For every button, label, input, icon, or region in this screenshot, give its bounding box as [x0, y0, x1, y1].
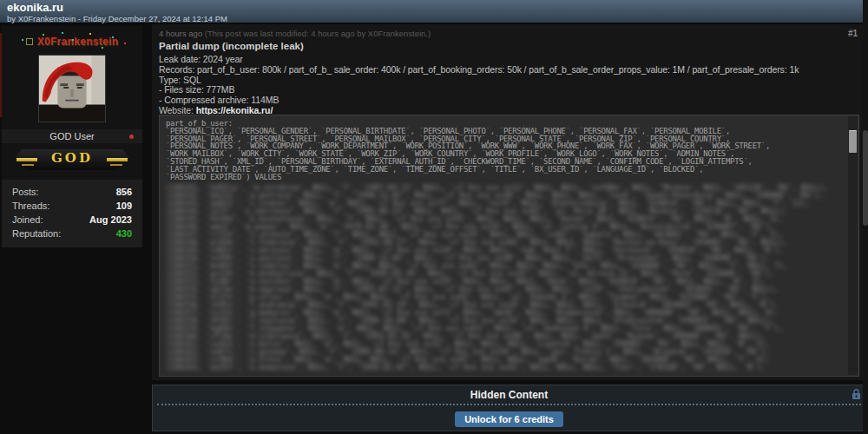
stat-row: Posts: 856 [12, 185, 132, 199]
stat-value: 109 [116, 199, 132, 213]
stats-panel: Posts: 856 Threads: 109 Joined: Aug 2023… [2, 180, 142, 247]
avatar[interactable] [38, 55, 106, 122]
lock-icon [852, 389, 861, 400]
badge-label: GOD [15, 150, 129, 166]
redacted-line: (100256, 'ik95y', 'l.andreeva', NULL, 'f… [166, 301, 852, 309]
avatar-wrap [2, 49, 142, 129]
user-title: GOD User [49, 131, 94, 141]
code-line: `PERSONAL_NOTES`, `WORK_COMPANY`, `WORK_… [166, 142, 852, 150]
badge-area: GOD [2, 143, 142, 180]
post-title: Partial dump (incomplete leak) [159, 41, 304, 51]
redacted-line: (100255, 'ol27e', 'p.orlov', NULL, 'm', … [166, 293, 852, 301]
post-timestamp: 4 hours ago [159, 29, 202, 38]
code-line: part_of_b_user: [166, 120, 852, 128]
user-title-row: GOD User [2, 129, 142, 143]
redacted-line: (100241, 'kd93ja', 'm.sorokina', NULL, '… [166, 184, 852, 192]
window-scrollbar-thumb[interactable] [863, 130, 868, 226]
redacted-line: (100262, 'xd67s', 'i.gusева', NULL, 'f',… [166, 348, 852, 356]
redacted-line: (100246, 'wmn2', 'd.popov', NULL, 'm', '… [166, 223, 852, 231]
redacted-line: (100254, 'qa73w', 'm.egorova', NULL, 'f'… [166, 286, 852, 293]
user-panel: X0Frankenstein GOD User [2, 26, 142, 247]
post-body-line: Records: part_of_b_user: 800k / part_of_… [159, 65, 799, 76]
thread-header: ekonika.ru by X0Frankenstein - Friday De… [0, 0, 868, 24]
post-container: 4 hours ago (This post was last modified… [152, 24, 866, 380]
redacted-line: (100245, 'hh39d', 'e.kuznetsova', NULL, … [166, 215, 852, 223]
code-scrollbar-track[interactable] [848, 116, 858, 375]
redacted-line: (100260, 'vf19p', 'd.nikolaeva', NULL, '… [166, 332, 852, 340]
redacted-line: (100244, 'zu7f', 'o.smirnova', NULL, 'f'… [166, 207, 852, 215]
username-row: X0Frankenstein [2, 33, 142, 49]
redacted-line: (100247, 'rr51k', 'n.volkova', NULL, 'f'… [166, 231, 852, 239]
stat-row: Reputation: 430 [12, 227, 132, 240]
redacted-line: (100251, 'mn66t', 'v.sokolov', NULL, 'm'… [166, 262, 852, 270]
code-line: `STORED_HASH`, `XML_ID`, `PERSONAL_BIRTH… [166, 158, 852, 166]
code-scrollbar-thumb[interactable] [849, 130, 857, 153]
stat-value: 430 [116, 227, 132, 240]
thread-title: ekonika.ru [7, 2, 861, 14]
redacted-line: (100264, 'aw35f', 'e.komarova', NULL, 'f… [166, 364, 852, 372]
code-line: `PASSWORD_EXPIRED`) VALUES [166, 174, 852, 181]
sparkle-decoration-icon [72, 39, 74, 41]
red-dot-icon [129, 135, 134, 139]
redacted-line: (100252, 'gu12b', 'k.mikhailova', NULL, … [166, 270, 852, 278]
post-body-line: Type: SQL [159, 76, 799, 86]
stat-label: Threads: [12, 199, 49, 213]
post-body: Leak date: 2024 yearRecords: part_of_b_u… [159, 55, 799, 116]
sql-code-block: part_of_b_user:`PERSONAL_ICQ`, `PERSONAL… [159, 115, 859, 377]
thread-subtitle: by X0Frankenstein - Friday December 27, … [7, 14, 861, 23]
hidden-content-box: Hidden Content Unlock for 6 credits [152, 385, 866, 431]
group-badge: GOD [15, 149, 129, 170]
redacted-line: (100257, 'uj31u', 'g.makarov', NULL, 'm'… [166, 309, 852, 317]
code-line: `WORK_MAILBOX`, `WORK_CITY`, `WORK_STATE… [166, 150, 852, 158]
redacted-line: (100261, 'ce42a', 'o.belov', NULL, 'm', … [166, 340, 852, 348]
redacted-line: (100249, 'cd02s', 's.morozov', NULL, 'm'… [166, 247, 852, 254]
author-sidebar: X0Frankenstein GOD User [2, 26, 142, 247]
code-line: `PERSONAL_ICQ`, `PERSONAL_GENDER`, `PERS… [166, 128, 852, 135]
stat-value: 856 [116, 185, 132, 199]
unlock-button[interactable]: Unlock for 6 credits [455, 411, 563, 427]
stat-value: Aug 2023 [89, 213, 132, 227]
redacted-line: (100243, 'qq812', 'i.ivanov', NULL, 'm',… [166, 200, 852, 207]
redacted-line: (100253, 'ty48r', 'a.novikov', NULL, 'm'… [166, 278, 852, 286]
redacted-line: (100259, 'bg84o', 'f.stepanov', NULL, 'm… [166, 325, 852, 332]
post-modified-note: (This post was last modified: 4 hours ag… [205, 29, 431, 38]
redacted-line: (100242, 'bb21x', 'a.petrova', NULL, 'f'… [166, 192, 852, 200]
stat-row: Joined: Aug 2023 [12, 213, 132, 227]
stat-label: Reputation: [12, 227, 61, 240]
redacted-content: (100241, 'kd93ja', 'm.sorokina', NULL, '… [166, 184, 852, 372]
redacted-line: (100258, 'nh58i', 'r.zaytseva', NULL, 'f… [166, 317, 852, 325]
stat-label: Joined: [12, 213, 43, 227]
hidden-content-title: Hidden Content [153, 389, 865, 401]
post-number-link[interactable]: #1 [848, 29, 858, 38]
username-link[interactable]: X0Frankenstein [37, 36, 119, 48]
code-line: `PERSONAL_PAGER`, `PERSONAL_STREET`, `PE… [166, 135, 852, 143]
redacted-line: (100248, 'pl83m', 't.fedorova', NULL, 'f… [166, 239, 852, 247]
collapse-icon[interactable] [26, 38, 33, 45]
post-meta: 4 hours ago (This post was last modified… [159, 29, 431, 38]
redacted-line: (100250, 'xx94h', 'y.pavlova', NULL, 'f'… [166, 254, 852, 262]
window-scrollbar-track[interactable] [863, 0, 868, 434]
code-line: `LAST_ACTIVITY_DATE`, `AUTO_TIME_ZONE`, … [166, 166, 852, 174]
redacted-line: (100263, 'zs90d', 'a.titov', NULL, 'm', … [166, 356, 852, 364]
dotted-separator [157, 404, 861, 405]
stat-label: Posts: [12, 185, 39, 199]
stat-row: Threads: 109 [12, 199, 132, 213]
